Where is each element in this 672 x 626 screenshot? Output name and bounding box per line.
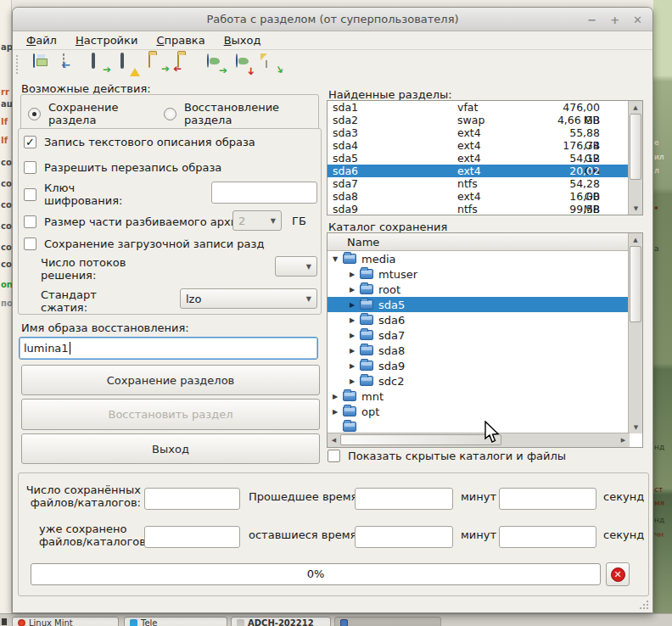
partition-row[interactable]: sda1vfat476,00 MB <box>328 101 642 114</box>
expander-closed-icon[interactable]: ▶ <box>348 347 356 355</box>
globe-export-icon[interactable]: ➔ <box>204 54 225 75</box>
scrollbar-thumb[interactable] <box>340 434 501 445</box>
taskbar-item[interactable]: Tele <box>124 617 227 626</box>
tree-column-header[interactable]: Name <box>328 233 630 251</box>
folder-import-icon[interactable]: ➔ <box>176 54 196 75</box>
checkbox-split-archive[interactable]: Размер части разбиваемого архива: <box>24 215 255 228</box>
folder-icon <box>343 391 356 401</box>
save-icon[interactable] <box>31 54 52 75</box>
tree-item-mtuser[interactable]: ▶mtuser <box>328 266 642 282</box>
partition-row[interactable]: sda4ext4176,74 GB <box>328 139 642 152</box>
folder-icon <box>360 330 373 340</box>
partition-row[interactable]: sda3ext455,88 GB <box>328 126 642 139</box>
radio-restore-partition[interactable]: Восстановление раздела <box>164 101 294 127</box>
checkbox-encryption-key[interactable]: Ключ шифрования: <box>24 182 137 208</box>
saved-count-field[interactable] <box>144 488 240 510</box>
threads-combo[interactable]: ▼ <box>275 256 317 277</box>
elapsed-seconds-field[interactable] <box>499 488 596 510</box>
taskbar-item[interactable]: ADCH-202212 <box>231 617 331 626</box>
checkbox-show-hidden[interactable]: Показать скрытые каталоги и файлы <box>328 450 566 462</box>
tree-item-sda6[interactable]: ▶sda6 <box>328 312 642 327</box>
folder-export-icon[interactable]: ➔ <box>147 54 167 75</box>
scrollbar-thumb[interactable] <box>630 246 641 322</box>
remaining-minutes-field[interactable] <box>355 526 453 548</box>
partition-row[interactable]: sda5ext454,12 GB <box>328 152 642 165</box>
expander-closed-icon[interactable]: ▶ <box>348 301 356 309</box>
compression-label: Стандарт сжатия: <box>41 288 134 315</box>
tree-item-sda7[interactable]: ▶sda7 <box>328 327 642 343</box>
scroll-up-icon[interactable]: ▲ <box>629 233 642 246</box>
close-button[interactable]: ✕ <box>633 14 642 26</box>
compression-combo[interactable]: lzo ▼ <box>180 288 317 309</box>
menu-settings[interactable]: Настройки <box>69 32 144 48</box>
elapsed-minutes-field[interactable] <box>355 488 453 510</box>
tree-item-sda5-selected[interactable]: ▶sda5 <box>328 297 642 312</box>
screen-warning-icon[interactable] <box>118 54 138 75</box>
tree-item-sda9[interactable]: ▶sda9 <box>328 358 642 373</box>
tree-vertical-scrollbar[interactable]: ▲ ▼ <box>628 233 642 433</box>
scroll-left-icon[interactable]: ◀ <box>328 433 340 447</box>
remaining-seconds-field[interactable] <box>499 526 596 548</box>
taskbar-item-active[interactable] <box>334 617 441 626</box>
split-size-spinner[interactable]: 2 ▼ <box>232 210 282 231</box>
folder-icon <box>360 299 373 310</box>
checkbox-allow-overwrite[interactable]: Разрешить перезапись образа <box>24 161 221 174</box>
taskbar-menu-button[interactable] <box>2 618 7 625</box>
restore-partition-button[interactable]: Восстановить раздел <box>21 399 320 430</box>
expander-closed-icon[interactable]: ▶ <box>348 332 356 339</box>
partition-row-selected[interactable]: sda6ext420,02 GB <box>328 165 642 177</box>
menu-file[interactable]: Файл <box>20 32 64 48</box>
session-import-icon[interactable]: ➔ <box>60 54 81 75</box>
minimize-button[interactable]: − <box>587 14 596 26</box>
screen-export-icon[interactable]: ➔ <box>89 54 109 75</box>
encryption-key-field[interactable] <box>211 182 317 204</box>
tree-item-mnt[interactable]: ▶mnt <box>328 388 642 404</box>
image-name-input[interactable]: lumina1 <box>19 337 318 360</box>
scroll-down-icon[interactable]: ▼ <box>629 421 643 433</box>
partition-row[interactable]: sda7ntfs54,28 GB <box>328 177 642 190</box>
partitions-scrollbar[interactable]: ▲ ▼ <box>628 101 642 215</box>
radio-save-partition[interactable]: Сохранение раздела <box>28 101 137 127</box>
scroll-right-icon[interactable]: ▶ <box>617 433 630 447</box>
maximize-button[interactable]: + <box>610 14 619 26</box>
document-export-icon[interactable]: ➔ <box>262 54 283 75</box>
tree-item-sdc2[interactable]: ▶sdc2 <box>328 373 642 388</box>
menu-exit[interactable]: Выход <box>217 32 268 48</box>
taskbar-item[interactable]: Linux Mint <box>12 617 119 626</box>
expander-closed-icon[interactable]: ▶ <box>348 316 356 324</box>
partition-row[interactable]: sda9ntfs99,58 GB <box>328 203 642 215</box>
titlebar[interactable]: Работа с разделом (от суперпользователя)… <box>13 8 652 31</box>
radio-save-label: Сохранение раздела <box>48 101 137 127</box>
already-saved-field[interactable] <box>144 526 240 548</box>
partition-row[interactable]: sda8ext416,00 MB <box>328 190 642 203</box>
folder-icon <box>360 269 373 279</box>
chevron-down-icon: ▼ <box>271 217 276 225</box>
expander-closed-icon[interactable]: ▶ <box>331 408 339 416</box>
expander-closed-icon[interactable]: ▶ <box>331 393 339 400</box>
checkbox-save-boot-record[interactable]: Сохранение загрузочной записи разд <box>24 238 321 250</box>
expander-closed-icon[interactable]: ▶ <box>348 271 356 278</box>
cancel-button[interactable]: ✕ <box>606 562 630 586</box>
globe-import-icon[interactable]: ➔ <box>233 54 254 75</box>
expander-closed-icon[interactable]: ▶ <box>348 377 356 385</box>
tree-item-opt[interactable]: ▶opt <box>328 404 642 419</box>
tree-item-sda8[interactable]: ▶sda8 <box>328 343 642 358</box>
scroll-up-icon[interactable]: ▲ <box>629 101 642 114</box>
partition-row[interactable]: sda2swap4,66 GB <box>328 114 642 126</box>
tree-item-media[interactable]: ▼media <box>328 251 642 266</box>
checkbox-label: Запись текстового описания образа <box>44 136 255 148</box>
expander-closed-icon[interactable]: ▶ <box>348 362 356 370</box>
checkbox-label: Размер части разбиваемого архива: <box>44 215 255 228</box>
exit-button[interactable]: Выход <box>21 433 320 464</box>
scroll-down-icon[interactable]: ▼ <box>629 202 643 215</box>
resize-grip-icon[interactable] <box>639 600 649 610</box>
tree-horizontal-scrollbar[interactable]: ◀ ▶ <box>328 433 630 447</box>
menu-help[interactable]: Справка <box>149 32 211 48</box>
expander-closed-icon[interactable]: ▶ <box>348 286 356 293</box>
expander-open-icon[interactable]: ▼ <box>331 255 339 263</box>
tree-item-root[interactable]: ▶root <box>328 282 642 297</box>
toolbar-grip[interactable] <box>16 55 20 74</box>
checkbox-text-description[interactable]: ✓ Запись текстового описания образа <box>24 136 255 148</box>
save-partitions-button[interactable]: Сохранение разделов <box>21 365 320 395</box>
scrollbar-thumb[interactable] <box>630 114 641 180</box>
